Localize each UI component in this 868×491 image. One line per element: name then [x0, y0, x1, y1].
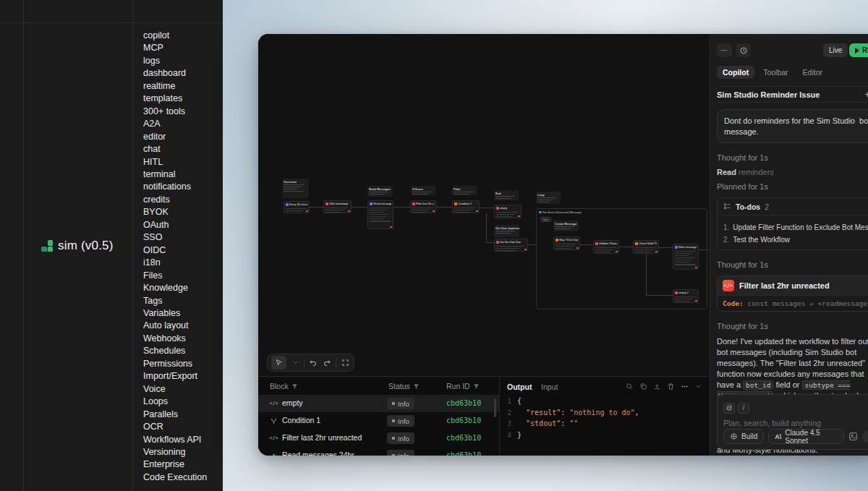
fit-view-button[interactable]	[340, 356, 350, 370]
node-field-line	[556, 246, 574, 247]
tool-dropdown-button[interactable]	[290, 356, 300, 370]
logs-table-header: Block Status Run ID	[258, 377, 499, 395]
mention-button[interactable]: @	[723, 403, 735, 414]
node-title: Every 30 minutes	[289, 203, 307, 207]
workflow-node[interactable]: empty 2	[673, 289, 699, 303]
canvas-note[interactable]: Create Message	[553, 221, 579, 231]
collapse-chevron-icon[interactable]	[694, 383, 702, 390]
note-text-line	[495, 198, 511, 199]
run-id: cbd63b10	[446, 399, 481, 407]
note-title: Get User (optional)	[495, 226, 518, 230]
feature-item: OCR	[143, 421, 207, 433]
search-icon[interactable]	[626, 383, 634, 390]
redo-button[interactable]	[322, 356, 332, 370]
canvas-note[interactable]: Filter	[452, 186, 477, 195]
todos-header[interactable]: To-dos 2	[718, 198, 868, 215]
workflow-node[interactable]: Map TS for Drip User	[553, 236, 580, 250]
workflow-node[interactable]: Get the Drip User	[494, 239, 528, 252]
live-button[interactable]: Live	[823, 43, 848, 57]
tab-toolbar[interactable]: Toolbar	[757, 66, 793, 79]
workflow-node[interactable]: Every 30 minutes	[284, 201, 310, 213]
log-row[interactable]: </>emptyInfocbd63b10	[258, 395, 499, 412]
chart-icon	[268, 451, 279, 456]
todo-number: 2.	[723, 235, 729, 244]
logs-table: Block Status Run ID </>emptyInfocbd63b10…	[258, 377, 499, 456]
build-mode-button[interactable]: Build	[723, 429, 764, 444]
trash-icon[interactable]	[667, 383, 675, 390]
download-icon[interactable]	[653, 383, 661, 390]
model-selector[interactable]: A\ Claude 4.5 Sonnet	[768, 429, 844, 444]
more-icon[interactable]	[681, 383, 689, 390]
node-header: Check Valid TS	[634, 241, 658, 246]
thought-line[interactable]: Thought for 1s	[717, 153, 868, 162]
table-scrollbar[interactable]	[494, 398, 496, 417]
new-chat-button[interactable]: +	[864, 89, 868, 100]
column-status[interactable]: Status	[388, 382, 420, 390]
edge-line	[486, 242, 494, 243]
todo-number: 1.	[723, 223, 729, 232]
copy-icon[interactable]	[639, 383, 647, 390]
tab-editor[interactable]: Editor	[797, 66, 828, 79]
feature-item: 300+ tools	[143, 106, 207, 118]
grid-line	[23, 0, 24, 491]
node-field-line	[675, 296, 696, 297]
canvas-note[interactable]: End	[494, 190, 519, 200]
workflow-node[interactable]: empty	[494, 205, 522, 218]
note-text-line	[412, 194, 428, 195]
workflow-canvas[interactable]: For Each Unreacted MessageStartOverviewR…	[258, 34, 710, 376]
composer[interactable]: @/ Plan, search, build anything Build A\…	[717, 394, 868, 450]
workflow-node[interactable]: 24hr timestamp	[323, 200, 352, 213]
column-block[interactable]: Block	[270, 382, 298, 390]
workflow-node[interactable]: Read messages 24hr	[367, 200, 393, 229]
edge-line	[310, 207, 323, 208]
canvas-note[interactable]: Get User (optional)	[494, 225, 519, 237]
attach-image-icon[interactable]	[848, 432, 858, 441]
workflow-node[interactable]: Condition 1	[452, 200, 480, 213]
tab-copilot[interactable]: Copilot	[717, 66, 754, 79]
log-row[interactable]: Condition 1Infocbd63b10	[258, 412, 499, 430]
canvas-note[interactable]: Read Messages	[367, 186, 393, 197]
grid-line	[0, 22, 223, 23]
edge-line	[480, 208, 494, 208]
column-run-id[interactable]: Run ID	[446, 382, 480, 390]
tab-input[interactable]: Input	[541, 383, 558, 391]
node-field-line	[675, 253, 692, 254]
planned-line[interactable]: Planned for 1s	[717, 182, 868, 191]
node-header: 24hr timestamp	[324, 201, 351, 206]
workflow-node[interactable]: Write message	[673, 244, 699, 270]
tool-card[interactable]: </> Filter last 2hr unreacted Code: cons…	[717, 276, 868, 312]
send-button[interactable]	[862, 430, 868, 443]
workflow-node[interactable]: Check Valid TS	[633, 240, 659, 254]
run-button[interactable]: Run	[849, 43, 868, 57]
log-row[interactable]: Read messages 24hrInfocbd63b10	[258, 447, 499, 456]
composer-bottom: Build A\ Claude 4.5 Sonnet	[723, 429, 868, 444]
logs-table-body: </>emptyInfocbd63b10Condition 1Infocbd63…	[258, 395, 499, 456]
pointer-tool-button[interactable]	[271, 356, 286, 370]
feature-list: copilotMCPlogsdashboardrealtimetemplates…	[143, 30, 207, 484]
loop-header: For Each Unreacted Message	[537, 209, 707, 215]
feature-item: SSO	[143, 231, 207, 244]
undo-button[interactable]	[308, 356, 318, 370]
log-row[interactable]: </>Filter last 2hr unreactedInfocbd63b10	[258, 430, 499, 447]
canvas-note[interactable]: Loop	[536, 192, 561, 204]
node-field-line	[412, 210, 430, 210]
thought-line[interactable]: Thought for 1s	[717, 260, 868, 269]
workflow-node[interactable]: Validate Thread TS	[593, 240, 619, 254]
workflow-node[interactable]: Filter last 2hr unreacted	[410, 200, 436, 213]
block-name: Condition 1	[282, 416, 320, 424]
feature-item: copilot	[143, 30, 207, 42]
block-type-icon	[496, 241, 499, 244]
composer-placeholder[interactable]: Plan, search, build anything	[723, 419, 868, 427]
canvas-note[interactable]: 2 Hours	[411, 186, 435, 195]
slash-command-button[interactable]: /	[738, 403, 749, 414]
canvas-note[interactable]: Overview	[282, 179, 309, 198]
copilot-panel: ⋯ Live Run Copilot Toolbar Editor Sim St…	[710, 34, 868, 456]
thought-line[interactable]: Thought for 1s	[717, 322, 868, 330]
node-header: Write message	[673, 244, 698, 249]
tab-output[interactable]: Output	[507, 383, 532, 391]
node-field-line	[496, 216, 512, 217]
history-button[interactable]	[736, 43, 751, 57]
loop-start-node[interactable]: Start	[540, 217, 551, 222]
more-button[interactable]: ⋯	[717, 43, 732, 57]
node-title: Condition 1	[458, 202, 472, 206]
